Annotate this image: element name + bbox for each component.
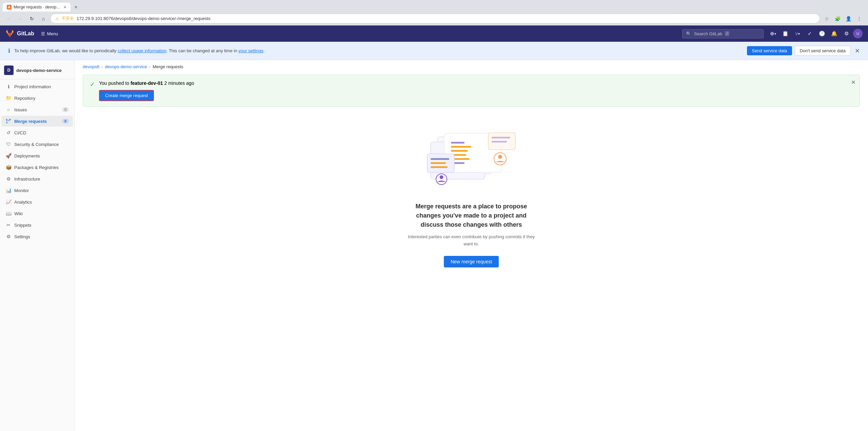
breadcrumb-current: Merge requests — [153, 64, 183, 69]
wiki-icon: 📖 — [5, 210, 12, 217]
sidebar-item-issues[interactable]: ○ Issues 0 — [1, 104, 73, 115]
browser-tab[interactable]: Merge requests · devops6 / d... ✕ — [3, 3, 71, 12]
sidebar-item-infrastructure[interactable]: ⚙ Infrastructure — [1, 173, 73, 184]
settings-link[interactable]: your settings — [238, 48, 263, 53]
cicd-icon: ↺ — [5, 130, 12, 136]
empty-state-description: Interested parties can even contribute b… — [407, 233, 536, 248]
menu-label: Menu — [47, 31, 58, 36]
user-avatar[interactable]: U — [853, 29, 863, 38]
close-tab-icon[interactable]: ✕ — [63, 5, 66, 10]
settings-sidebar-icon: ⚙ — [5, 233, 12, 240]
search-placeholder: Search GitLab — [694, 31, 722, 36]
sidebar-label-wiki: Wiki — [14, 211, 23, 216]
sidebar-item-monitor[interactable]: 📊 Monitor — [1, 185, 73, 196]
svg-point-13 — [498, 155, 502, 159]
security-warning-text: 不安全 — [62, 16, 74, 21]
security-compliance-icon: 🛡 — [5, 141, 12, 147]
sidebar-project-header: D devops-demo-service — [0, 63, 74, 79]
sidebar-label-monitor: Monitor — [14, 188, 29, 193]
collect-usage-link[interactable]: collect usage information — [118, 48, 166, 53]
sidebar-label-analytics: Analytics — [14, 200, 32, 205]
new-tab-button[interactable]: + — [72, 3, 80, 11]
push-text-prefix: You pushed to — [99, 80, 131, 86]
sidebar-label-packages-registries: Packages & Registries — [14, 165, 59, 170]
sidebar-item-wiki[interactable]: 📖 Wiki — [1, 208, 73, 219]
breadcrumb-devops6[interactable]: devops6 — [83, 64, 99, 69]
send-service-data-button[interactable]: Send service data — [747, 46, 792, 55]
sidebar-item-repository[interactable]: 📁 Repository — [1, 93, 73, 104]
merge-requests-badge: 0 — [62, 119, 69, 124]
push-notification-close-icon[interactable]: ✕ — [851, 79, 855, 86]
sidebar-item-project-information[interactable]: ℹ Project information — [1, 81, 73, 92]
sidebar-item-deployments[interactable]: 🚀 Deployments — [1, 150, 73, 161]
sidebar-label-repository: Repository — [14, 96, 35, 101]
plus-dropdown-button[interactable]: ⊕▾ — [768, 28, 778, 39]
sidebar-item-analytics[interactable]: 📈 Analytics — [1, 196, 73, 207]
merge-request-nav-button[interactable]: ⑂▾ — [792, 28, 803, 39]
sidebar-label-snippets: Snippets — [14, 223, 32, 228]
push-branch-name: feature-dev-01 — [131, 80, 163, 86]
snippet-button[interactable]: 📋 — [780, 28, 791, 39]
sidebar-item-cicd[interactable]: ↺ CI/CD — [1, 127, 73, 138]
bell-button[interactable]: 🔔 — [829, 28, 840, 39]
hamburger-icon: ☰ — [41, 31, 45, 36]
sidebar-label-settings: Settings — [14, 234, 30, 239]
profile-icon[interactable]: 👤 — [844, 14, 853, 23]
search-icon: 🔍 — [686, 31, 691, 36]
sidebar-item-packages-registries[interactable]: 📦 Packages & Registries — [1, 162, 73, 173]
push-text-suffix: 2 minutes ago — [164, 80, 194, 86]
sidebar-label-deployments: Deployments — [14, 153, 40, 158]
breadcrumb-sep-2: › — [149, 64, 151, 69]
snippets-icon: ✂ — [5, 222, 12, 228]
new-merge-request-button[interactable]: New merge request — [444, 256, 499, 267]
home-button[interactable]: ⌂ — [39, 14, 48, 23]
menu-button[interactable]: ☰ Menu — [38, 30, 61, 38]
top-nav: GitLab ☰ Menu 🔍 Search GitLab / ⊕▾ 📋 ⑂▾ … — [0, 25, 868, 42]
sidebar-label-project-information: Project information — [14, 84, 51, 89]
info-icon: ℹ — [8, 48, 10, 54]
sidebar-item-snippets[interactable]: ✂ Snippets — [1, 220, 73, 230]
global-search[interactable]: 🔍 Search GitLab / — [682, 29, 764, 38]
infrastructure-icon: ⚙ — [5, 176, 12, 182]
sidebar-label-infrastructure: Infrastructure — [14, 176, 40, 182]
browser-nav-bar: ← → ↻ ⌂ ⚠ 不安全 172.29.9.101:8076/devops6/… — [0, 12, 868, 25]
svg-rect-5 — [451, 150, 468, 152]
deployments-icon: 🚀 — [5, 153, 12, 159]
more-options-icon[interactable]: ⋮ — [854, 14, 864, 23]
svg-point-19 — [440, 175, 443, 179]
gitlab-logo[interactable]: GitLab — [5, 29, 34, 38]
dont-send-service-data-button[interactable]: Don't send service data — [795, 46, 851, 56]
todo-button[interactable]: ✓ — [804, 28, 815, 39]
back-button[interactable]: ← — [4, 14, 14, 23]
search-shortcut: / — [725, 31, 729, 36]
breadcrumb-project[interactable]: devops-demo-service — [105, 64, 147, 69]
sidebar-item-merge-requests[interactable]: Merge requests 0 — [1, 116, 73, 127]
project-avatar: D — [4, 65, 14, 75]
issues-badge: 0 — [62, 107, 69, 112]
empty-state: Merge requests are a place to propose ch… — [75, 110, 868, 288]
sidebar-label-issues: Issues — [14, 107, 27, 112]
clock-button[interactable]: 🕐 — [816, 28, 827, 39]
sidebar-item-security-compliance[interactable]: 🛡 Security & Compliance — [1, 139, 73, 150]
breadcrumb-sep-1: › — [101, 64, 103, 69]
reload-button[interactable]: ↻ — [27, 14, 37, 23]
monitor-icon: 📊 — [5, 187, 12, 193]
notification-banner: ℹ To help improve GitLab, we would like … — [0, 42, 868, 60]
create-merge-request-button[interactable]: Create merge request — [99, 90, 154, 101]
banner-close-icon[interactable]: ✕ — [855, 47, 860, 55]
browser-chrome: Merge requests · devops6 / d... ✕ + ← → … — [0, 0, 868, 25]
settings-button[interactable]: ⚙ — [841, 28, 852, 39]
extension-icon[interactable]: 🧩 — [833, 14, 842, 23]
app-body: D devops-demo-service ℹ Project informat… — [0, 60, 868, 431]
tab-favicon — [7, 5, 12, 10]
empty-state-illustration — [417, 123, 526, 191]
svg-rect-11 — [492, 141, 507, 143]
browser-tab-bar: Merge requests · devops6 / d... ✕ + — [0, 0, 868, 12]
sidebar-item-settings[interactable]: ⚙ Settings — [1, 231, 73, 242]
bookmark-icon[interactable]: ☆ — [822, 14, 831, 23]
address-bar[interactable]: ⚠ 不安全 172.29.9.101:8076/devops6/devops-d… — [50, 14, 820, 23]
forward-button[interactable]: → — [16, 14, 25, 23]
tab-title: Merge requests · devops6 / d... — [14, 5, 61, 10]
merge-requests-icon — [5, 118, 12, 124]
analytics-icon: 📈 — [5, 199, 12, 205]
